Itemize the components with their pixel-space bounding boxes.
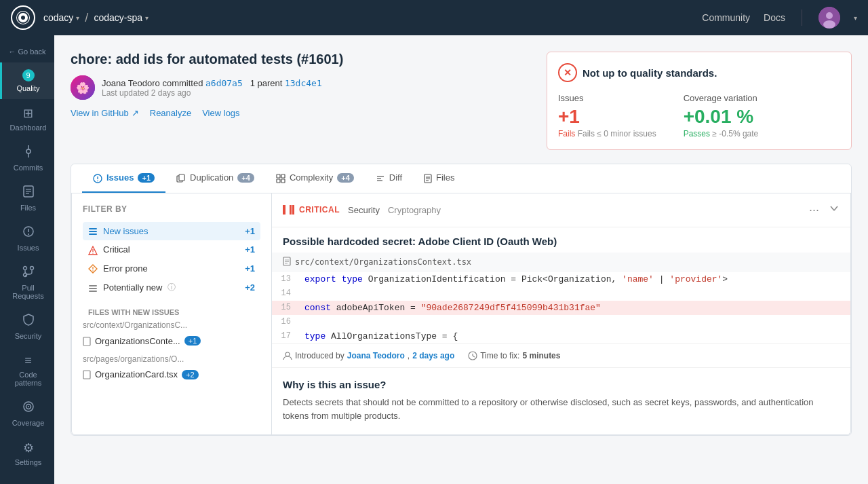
user-chevron-icon: ▾ [854, 14, 857, 22]
svg-rect-49 [89, 288, 97, 289]
tab-diff[interactable]: Diff [365, 164, 413, 193]
file-bar-icon [283, 257, 291, 268]
file-item-2[interactable]: OrganizationCard.tsx +2 [83, 367, 260, 383]
tab-issues[interactable]: Issues +1 [82, 164, 165, 193]
sidebar-item-code-patterns[interactable]: ≡ Code patterns [0, 347, 54, 394]
svg-point-1 [21, 16, 25, 20]
complexity-tab-icon [276, 172, 285, 183]
header-left: chore: add ids for automated tests (#160… [71, 52, 522, 129]
go-back-link[interactable]: ← Go back [3, 41, 51, 62]
breadcrumb: codacy ▾ / codacy-spa ▾ [43, 11, 702, 25]
navbar-right: Community Docs ▾ [702, 7, 857, 29]
dashboard-icon: ⊞ [23, 106, 33, 121]
logo[interactable] [11, 5, 35, 30]
file-badge-2: +2 [182, 370, 199, 379]
file-item-1[interactable]: OrganizationsConte... +1 [83, 333, 260, 349]
svg-text:🌸: 🌸 [76, 81, 90, 94]
sidebar-item-dashboard[interactable]: ⊞ Dashboard [0, 99, 54, 138]
commit-hash[interactable]: a6d07a5 [205, 78, 243, 88]
docs-link[interactable]: Docs [764, 12, 785, 23]
issues-tab-icon [93, 172, 102, 183]
duplication-tab-icon [176, 172, 186, 183]
filter-error-prone[interactable]: Error prone +1 [83, 259, 260, 278]
svg-point-44 [92, 253, 93, 253]
issue-card: CRITICAL Security Cryptography ··· [272, 193, 850, 435]
filter-potentially-new[interactable]: Potentially new ⓘ +2 [83, 278, 260, 297]
files-section: Files with new issues src/context/Organi… [83, 308, 260, 382]
new-issues-icon [88, 226, 98, 237]
commits-icon [22, 145, 35, 161]
issues-layout: Filter by New issues +1 [71, 193, 851, 436]
svg-line-64 [473, 356, 475, 357]
files-tab-icon [424, 172, 432, 183]
filter-new-issues[interactable]: New issues +1 [83, 222, 260, 241]
commit-info: 🌸 Joana Teodoro committed a6d07a5 1 pare… [71, 75, 522, 100]
issues-metric-sub: Fails Fails ≤ 0 minor issues [558, 129, 656, 138]
commit-meta: Joana Teodoro committed a6d07a5 1 parent… [102, 78, 322, 98]
view-logs-link[interactable]: View logs [202, 108, 239, 118]
svg-rect-51 [83, 337, 90, 346]
user-avatar[interactable] [818, 7, 840, 29]
sidebar-item-settings[interactable]: ⚙ Settings [0, 434, 54, 473]
tab-complexity[interactable]: Complexity +4 [265, 164, 365, 193]
page-title: chore: add ids for automated tests (#160… [71, 52, 522, 67]
content-area: chore: add ids for automated tests (#160… [54, 35, 868, 484]
svg-line-55 [831, 206, 834, 210]
commit-action: committed [162, 78, 205, 88]
diff-tab-icon [376, 172, 385, 183]
svg-point-61 [285, 352, 290, 356]
sidebar-item-coverage[interactable]: Coverage [0, 394, 54, 434]
why-title: Why is this an issue? [283, 379, 840, 390]
sidebar-item-issues[interactable]: Issues [0, 219, 54, 259]
breadcrumb-org[interactable]: codacy ▾ [43, 12, 79, 23]
file-badge-1: +1 [184, 336, 201, 346]
quality-title: Not up to quality standards. [583, 67, 717, 79]
sidebar-item-files[interactable]: Files [0, 179, 54, 219]
breadcrumb-repo[interactable]: codacy-spa ▾ [94, 12, 149, 23]
collapse-icon[interactable] [829, 203, 840, 217]
introduced-author[interactable]: Joana Teodoro [347, 351, 405, 360]
issues-filter-panel: Filter by New issues +1 [72, 193, 272, 435]
issue-file-path: src/context/OrganizationsContext.tsx [295, 257, 471, 267]
community-link[interactable]: Community [702, 12, 750, 23]
svg-rect-30 [277, 179, 280, 183]
org-chevron-icon: ▾ [76, 14, 79, 22]
svg-point-4 [823, 20, 835, 29]
sidebar: ← Go back 9 Quality ⊞ Dashboard Commits [0, 35, 54, 484]
issue-file-bar: src/context/OrganizationsContext.tsx [272, 253, 850, 272]
code-line-14: 14 [272, 286, 850, 301]
tabs-bar: Issues +1 Duplication +4 [71, 164, 851, 193]
coverage-metric-sub: Passes ≥ -0.5% gate [684, 129, 759, 138]
code-line-17: 17 type AllOrganizationsType = { [272, 329, 850, 343]
sidebar-item-quality[interactable]: 9 Quality [0, 62, 54, 99]
svg-rect-28 [277, 174, 280, 178]
svg-rect-48 [89, 285, 97, 286]
more-options-icon[interactable]: ··· [805, 202, 823, 219]
page-header: chore: add ids for automated tests (#160… [71, 52, 522, 118]
error-prone-count: +1 [245, 263, 255, 274]
issues-metric-label: Issues [558, 93, 656, 103]
svg-rect-50 [89, 291, 97, 292]
header-and-quality: chore: add ids for automated tests (#160… [71, 52, 852, 150]
svg-point-20 [28, 406, 29, 407]
file-path-1: src/context/OrganizationsC... [83, 320, 260, 330]
coverage-label: Coverage [12, 419, 45, 427]
potentially-new-info-icon: ⓘ [167, 282, 176, 293]
reanalyze-link[interactable]: Reanalyze [150, 108, 191, 118]
files-section-title: Files with new issues [83, 308, 260, 316]
svg-rect-29 [281, 174, 285, 178]
parent-hash[interactable]: 13dc4e1 [285, 78, 322, 88]
sidebar-item-security[interactable]: Security [0, 307, 54, 347]
view-github-link[interactable]: View in GitHub ↗ [71, 108, 139, 118]
sidebar-item-pull-requests[interactable]: Pull Requests [0, 259, 54, 307]
tab-files[interactable]: Files [413, 164, 465, 193]
navbar: codacy ▾ / codacy-spa ▾ Community Docs ▾ [0, 0, 868, 35]
security-icon [23, 314, 34, 329]
why-text: Detects secrets that should not be commi… [283, 396, 840, 424]
tab-duplication[interactable]: Duplication +4 [165, 164, 265, 193]
filter-critical[interactable]: Critical +1 [83, 240, 260, 259]
issues-label: Issues [18, 244, 39, 252]
quality-label: Quality [16, 84, 39, 92]
sidebar-item-commits[interactable]: Commits [0, 138, 54, 179]
introduced-by: Introduced by Joana Teodoro , 2 days ago [283, 351, 454, 360]
